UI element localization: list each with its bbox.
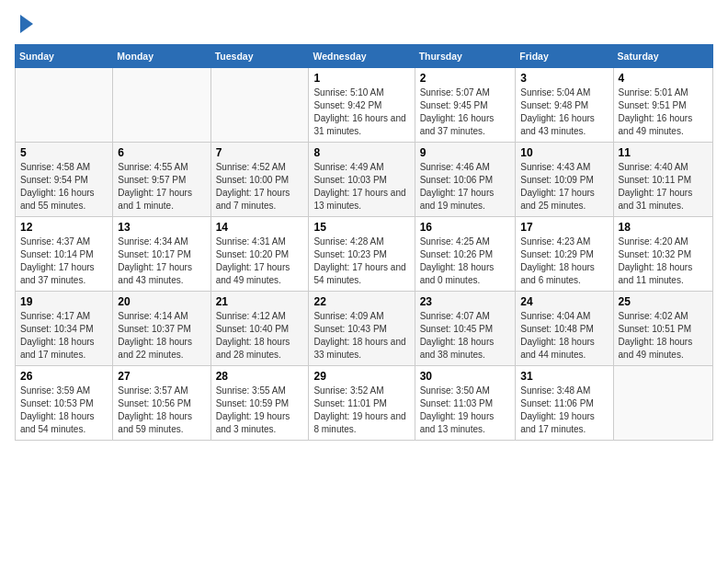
calendar-cell: 9Sunrise: 4:46 AM Sunset: 10:06 PM Dayli… bbox=[415, 143, 516, 217]
day-info: Sunrise: 4:02 AM Sunset: 10:51 PM Daylig… bbox=[619, 310, 708, 362]
calendar-cell bbox=[210, 68, 309, 143]
calendar-cell: 29Sunrise: 3:52 AM Sunset: 11:01 PM Dayl… bbox=[309, 366, 415, 441]
day-info: Sunrise: 4:37 AM Sunset: 10:14 PM Daylig… bbox=[20, 236, 108, 287]
calendar-cell: 20Sunrise: 4:14 AM Sunset: 10:37 PM Dayl… bbox=[113, 292, 210, 366]
day-info: Sunrise: 3:55 AM Sunset: 10:59 PM Daylig… bbox=[216, 385, 304, 436]
day-number: 14 bbox=[216, 221, 304, 234]
day-info: Sunrise: 4:49 AM Sunset: 10:03 PM Daylig… bbox=[313, 161, 409, 213]
day-info: Sunrise: 4:07 AM Sunset: 10:45 PM Daylig… bbox=[420, 310, 511, 362]
col-header-monday: Monday bbox=[113, 45, 210, 68]
day-info: Sunrise: 3:59 AM Sunset: 10:53 PM Daylig… bbox=[20, 385, 108, 436]
day-info: Sunrise: 4:46 AM Sunset: 10:06 PM Daylig… bbox=[420, 161, 511, 213]
day-number: 7 bbox=[216, 146, 304, 159]
calendar-cell: 10Sunrise: 4:43 AM Sunset: 10:09 PM Dayl… bbox=[516, 143, 613, 217]
day-info: Sunrise: 3:48 AM Sunset: 11:06 PM Daylig… bbox=[520, 385, 608, 436]
calendar-cell: 11Sunrise: 4:40 AM Sunset: 10:11 PM Dayl… bbox=[613, 143, 712, 217]
day-number: 5 bbox=[20, 146, 108, 159]
day-info: Sunrise: 4:40 AM Sunset: 10:11 PM Daylig… bbox=[619, 161, 708, 213]
calendar-cell: 21Sunrise: 4:12 AM Sunset: 10:40 PM Dayl… bbox=[210, 292, 309, 366]
day-number: 29 bbox=[313, 370, 409, 383]
calendar-cell: 16Sunrise: 4:25 AM Sunset: 10:26 PM Dayl… bbox=[415, 217, 516, 292]
day-info: Sunrise: 4:25 AM Sunset: 10:26 PM Daylig… bbox=[420, 236, 511, 287]
day-info: Sunrise: 4:28 AM Sunset: 10:23 PM Daylig… bbox=[313, 236, 409, 287]
calendar-cell: 17Sunrise: 4:23 AM Sunset: 10:29 PM Dayl… bbox=[516, 217, 613, 292]
calendar-cell: 7Sunrise: 4:52 AM Sunset: 10:00 PM Dayli… bbox=[210, 143, 309, 217]
calendar-cell: 14Sunrise: 4:31 AM Sunset: 10:20 PM Dayl… bbox=[210, 217, 309, 292]
day-number: 23 bbox=[420, 295, 511, 308]
calendar-cell: 2Sunrise: 5:07 AM Sunset: 9:45 PM Daylig… bbox=[415, 68, 516, 143]
day-info: Sunrise: 4:43 AM Sunset: 10:09 PM Daylig… bbox=[520, 161, 608, 213]
logo bbox=[15, 15, 33, 33]
day-info: Sunrise: 4:12 AM Sunset: 10:40 PM Daylig… bbox=[216, 310, 304, 362]
week-row-3: 12Sunrise: 4:37 AM Sunset: 10:14 PM Dayl… bbox=[16, 217, 713, 292]
day-number: 16 bbox=[420, 221, 511, 234]
calendar-cell: 25Sunrise: 4:02 AM Sunset: 10:51 PM Dayl… bbox=[613, 292, 712, 366]
day-info: Sunrise: 5:04 AM Sunset: 9:48 PM Dayligh… bbox=[520, 86, 608, 138]
col-header-friday: Friday bbox=[516, 45, 613, 68]
day-info: Sunrise: 5:07 AM Sunset: 9:45 PM Dayligh… bbox=[420, 86, 511, 138]
col-header-thursday: Thursday bbox=[415, 45, 516, 68]
day-info: Sunrise: 3:52 AM Sunset: 11:01 PM Daylig… bbox=[313, 385, 409, 436]
col-header-sunday: Sunday bbox=[16, 45, 113, 68]
day-number: 19 bbox=[20, 295, 108, 308]
calendar-cell: 4Sunrise: 5:01 AM Sunset: 9:51 PM Daylig… bbox=[613, 68, 712, 143]
day-number: 26 bbox=[20, 370, 108, 383]
logo-arrow-icon bbox=[20, 15, 33, 33]
day-number: 12 bbox=[20, 221, 108, 234]
day-number: 21 bbox=[216, 295, 304, 308]
day-info: Sunrise: 4:14 AM Sunset: 10:37 PM Daylig… bbox=[118, 310, 205, 362]
day-info: Sunrise: 5:01 AM Sunset: 9:51 PM Dayligh… bbox=[619, 86, 708, 138]
week-row-1: 1Sunrise: 5:10 AM Sunset: 9:42 PM Daylig… bbox=[16, 68, 713, 143]
calendar-cell: 19Sunrise: 4:17 AM Sunset: 10:34 PM Dayl… bbox=[16, 292, 113, 366]
calendar-cell bbox=[613, 366, 712, 441]
day-number: 17 bbox=[520, 221, 608, 234]
week-row-4: 19Sunrise: 4:17 AM Sunset: 10:34 PM Dayl… bbox=[16, 292, 713, 366]
day-info: Sunrise: 4:23 AM Sunset: 10:29 PM Daylig… bbox=[520, 236, 608, 287]
calendar-cell: 22Sunrise: 4:09 AM Sunset: 10:43 PM Dayl… bbox=[309, 292, 415, 366]
day-number: 4 bbox=[619, 72, 708, 85]
day-info: Sunrise: 4:58 AM Sunset: 9:54 PM Dayligh… bbox=[20, 161, 108, 213]
day-info: Sunrise: 4:17 AM Sunset: 10:34 PM Daylig… bbox=[20, 310, 108, 362]
calendar-cell: 3Sunrise: 5:04 AM Sunset: 9:48 PM Daylig… bbox=[516, 68, 613, 143]
calendar-header-row: SundayMondayTuesdayWednesdayThursdayFrid… bbox=[16, 45, 713, 68]
calendar-cell: 15Sunrise: 4:28 AM Sunset: 10:23 PM Dayl… bbox=[309, 217, 415, 292]
day-number: 9 bbox=[420, 146, 511, 159]
day-number: 30 bbox=[420, 370, 511, 383]
day-number: 24 bbox=[520, 295, 608, 308]
day-number: 1 bbox=[313, 72, 409, 85]
calendar-cell: 30Sunrise: 3:50 AM Sunset: 11:03 PM Dayl… bbox=[415, 366, 516, 441]
day-number: 11 bbox=[619, 146, 708, 159]
calendar-cell: 8Sunrise: 4:49 AM Sunset: 10:03 PM Dayli… bbox=[309, 143, 415, 217]
day-info: Sunrise: 4:31 AM Sunset: 10:20 PM Daylig… bbox=[216, 236, 304, 287]
day-number: 6 bbox=[118, 146, 205, 159]
day-number: 28 bbox=[216, 370, 304, 383]
day-info: Sunrise: 5:10 AM Sunset: 9:42 PM Dayligh… bbox=[313, 86, 409, 138]
day-number: 10 bbox=[520, 146, 608, 159]
calendar-cell bbox=[16, 68, 113, 143]
day-number: 2 bbox=[420, 72, 511, 85]
calendar-cell: 27Sunrise: 3:57 AM Sunset: 10:56 PM Dayl… bbox=[113, 366, 210, 441]
day-info: Sunrise: 3:57 AM Sunset: 10:56 PM Daylig… bbox=[118, 385, 205, 436]
day-info: Sunrise: 4:04 AM Sunset: 10:48 PM Daylig… bbox=[520, 310, 608, 362]
calendar-cell: 24Sunrise: 4:04 AM Sunset: 10:48 PM Dayl… bbox=[516, 292, 613, 366]
calendar-cell bbox=[113, 68, 210, 143]
day-number: 3 bbox=[520, 72, 608, 85]
calendar-cell: 13Sunrise: 4:34 AM Sunset: 10:17 PM Dayl… bbox=[113, 217, 210, 292]
col-header-wednesday: Wednesday bbox=[309, 45, 415, 68]
day-info: Sunrise: 4:55 AM Sunset: 9:57 PM Dayligh… bbox=[118, 161, 205, 213]
day-info: Sunrise: 4:09 AM Sunset: 10:43 PM Daylig… bbox=[313, 310, 409, 362]
calendar-cell: 12Sunrise: 4:37 AM Sunset: 10:14 PM Dayl… bbox=[16, 217, 113, 292]
day-number: 13 bbox=[118, 221, 205, 234]
week-row-2: 5Sunrise: 4:58 AM Sunset: 9:54 PM Daylig… bbox=[16, 143, 713, 217]
day-info: Sunrise: 4:20 AM Sunset: 10:32 PM Daylig… bbox=[619, 236, 708, 287]
day-number: 22 bbox=[313, 295, 409, 308]
day-info: Sunrise: 4:52 AM Sunset: 10:00 PM Daylig… bbox=[216, 161, 304, 213]
day-number: 27 bbox=[118, 370, 205, 383]
calendar-cell: 28Sunrise: 3:55 AM Sunset: 10:59 PM Dayl… bbox=[210, 366, 309, 441]
calendar-cell: 1Sunrise: 5:10 AM Sunset: 9:42 PM Daylig… bbox=[309, 68, 415, 143]
week-row-5: 26Sunrise: 3:59 AM Sunset: 10:53 PM Dayl… bbox=[16, 366, 713, 441]
calendar-cell: 26Sunrise: 3:59 AM Sunset: 10:53 PM Dayl… bbox=[16, 366, 113, 441]
calendar-cell: 6Sunrise: 4:55 AM Sunset: 9:57 PM Daylig… bbox=[113, 143, 210, 217]
col-header-saturday: Saturday bbox=[613, 45, 712, 68]
day-number: 25 bbox=[619, 295, 708, 308]
